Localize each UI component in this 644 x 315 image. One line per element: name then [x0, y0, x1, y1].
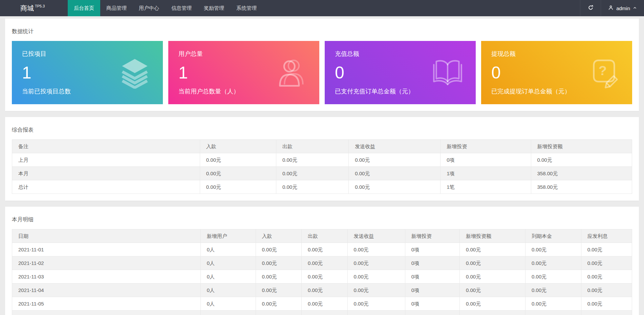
table-cell: 0项: [405, 243, 459, 256]
user-menu[interactable]: admin: [601, 0, 644, 16]
table-cell: 0项: [405, 256, 459, 270]
stats-section-title: 数据统计: [12, 28, 632, 35]
table-cell: 1项: [441, 167, 531, 180]
table-cell: 1笔: [441, 180, 531, 194]
table-cell: 0.00元: [459, 256, 525, 270]
table-cell: 0人: [200, 256, 256, 270]
table-cell: 0.00元: [581, 243, 632, 256]
table-cell: 0项: [405, 311, 459, 315]
refresh-button[interactable]: [580, 0, 601, 16]
table-cell: 0.00元: [459, 284, 525, 297]
table-row: 总计0.00元0.00元0.00元1笔358.00元: [12, 180, 632, 194]
table-row: 2021-11-010人0.00元0.00元0.00元0项0.00元0.00元0…: [12, 243, 632, 256]
nav-item-1[interactable]: 商品管理: [100, 0, 133, 16]
table-cell: 0.00元: [459, 311, 525, 315]
table-cell: 0.00元: [302, 270, 347, 284]
paper-question-icon: ?: [588, 57, 620, 89]
nav-item-4[interactable]: 奖励管理: [198, 0, 230, 16]
column-header: 日期: [12, 229, 201, 243]
column-header: 新增投资: [405, 229, 459, 243]
stats-panel: 数据统计 已投项目1当前已投项目总数 用户总量1当前用户总数量（人） 充值总额0…: [5, 19, 639, 111]
app-logo-version: TP5.3: [35, 4, 45, 8]
table-cell: 0.00元: [256, 270, 301, 284]
table-cell: 2021-11-03: [12, 270, 201, 284]
table-cell: 0.00元: [459, 270, 525, 284]
table-cell: 0.00元: [302, 311, 347, 315]
table-row: 上月0.00元0.00元0.00元0项0.00元: [12, 153, 632, 167]
stat-card-desc: 当前用户总数量（人）: [178, 87, 309, 95]
column-header: 应发利息: [581, 229, 632, 243]
layers-icon: [119, 57, 151, 89]
report-panel: 综合报表 备注入款出款发送收益新增投资新增投资额上月0.00元0.00元0.00…: [5, 117, 639, 201]
table-cell: 0.00元: [347, 270, 405, 284]
column-header: 发送收益: [347, 229, 405, 243]
user-name: admin: [616, 5, 630, 11]
table-cell: 358.00元: [531, 167, 632, 180]
table-cell: 0人: [200, 311, 256, 315]
column-header: 到期本金: [525, 229, 581, 243]
table-cell: 0.00元: [459, 243, 525, 256]
column-header: 备注: [12, 140, 200, 153]
detail-section-title: 本月明细: [12, 216, 632, 223]
stat-card-desc: 已完成提现订单总金额（元）: [491, 87, 622, 95]
table-cell: 0.00元: [347, 284, 405, 297]
nav-item-5[interactable]: 系统管理: [230, 0, 263, 16]
stat-card-1: 用户总量1当前用户总数量（人）: [168, 41, 319, 104]
table-cell: 0.00元: [276, 153, 349, 167]
nav-item-3[interactable]: 信息管理: [165, 0, 198, 16]
table-row: 2021-11-020人0.00元0.00元0.00元0项0.00元0.00元0…: [12, 256, 632, 270]
app-logo: 商城 TP5.3: [0, 0, 68, 16]
book-icon: [432, 57, 464, 89]
stat-card-desc: 当前已投项目总数: [22, 87, 153, 95]
stat-card-0: 已投项目1当前已投项目总数: [12, 41, 163, 104]
table-cell: 0.00元: [531, 153, 632, 167]
table-cell: 2021-11-01: [12, 243, 201, 256]
stat-card-desc: 已支付充值订单总金额（元）: [335, 87, 466, 95]
table-cell: 0.00元: [200, 180, 276, 194]
table-cell: 总计: [12, 180, 200, 194]
table-cell: 0.00元: [347, 243, 405, 256]
table-row: 本月0.00元0.00元0.00元1项358.00元: [12, 167, 632, 180]
table-cell: 2021-11-05: [12, 297, 201, 311]
table-cell: 2021-11-06: [12, 311, 201, 315]
table-header-row: 备注入款出款发送收益新增投资新增投资额: [12, 140, 632, 153]
svg-text:?: ?: [599, 63, 607, 78]
column-header: 入款: [200, 140, 276, 153]
table-cell: 0.00元: [525, 256, 581, 270]
caret-up-icon: [632, 5, 637, 11]
table-cell: 0.00元: [581, 284, 632, 297]
table-cell: 上月: [12, 153, 200, 167]
table-cell: 0.00元: [581, 256, 632, 270]
stat-cards-row: 已投项目1当前已投项目总数 用户总量1当前用户总数量（人） 充值总额0已支付充值…: [12, 41, 632, 104]
table-cell: 0.00元: [302, 243, 347, 256]
table-cell: 0.00元: [256, 311, 301, 315]
table-cell: 0.00元: [525, 297, 581, 311]
table-cell: 0人: [200, 243, 256, 256]
column-header: 出款: [276, 140, 349, 153]
detail-table: 日期新增用户入款出款发送收益新增投资新增投资额到期本金应发利息2021-11-0…: [12, 229, 632, 315]
nav-item-2[interactable]: 用户中心: [133, 0, 165, 16]
detail-panel: 本月明细 日期新增用户入款出款发送收益新增投资新增投资额到期本金应发利息2021…: [5, 207, 639, 315]
table-row: 2021-11-030人0.00元0.00元0.00元0项0.00元0.00元0…: [12, 270, 632, 284]
table-cell: 0.00元: [256, 243, 301, 256]
table-header-row: 日期新增用户入款出款发送收益新增投资新增投资额到期本金应发利息: [12, 229, 632, 243]
table-cell: 0.00元: [525, 243, 581, 256]
table-cell: 0人: [200, 284, 256, 297]
table-cell: 0项: [405, 284, 459, 297]
table-cell: 0.00元: [525, 311, 581, 315]
column-header: 入款: [256, 229, 301, 243]
nav-item-0[interactable]: 后台首页: [68, 0, 100, 16]
table-cell: 0.00元: [302, 297, 347, 311]
table-cell: 0项: [441, 153, 531, 167]
table-cell: 0.00元: [525, 270, 581, 284]
report-section-title: 综合报表: [12, 127, 632, 133]
navbar-right: admin: [580, 0, 644, 16]
table-cell: 0.00元: [276, 167, 349, 180]
table-cell: 0.00元: [459, 297, 525, 311]
table-cell: 0.00元: [256, 284, 301, 297]
table-cell: 2021-11-02: [12, 256, 201, 270]
table-cell: 0.00元: [581, 270, 632, 284]
table-row: 2021-11-040人0.00元0.00元0.00元0项0.00元0.00元0…: [12, 284, 632, 297]
users-icon: [275, 57, 307, 89]
person-icon: [608, 5, 614, 12]
